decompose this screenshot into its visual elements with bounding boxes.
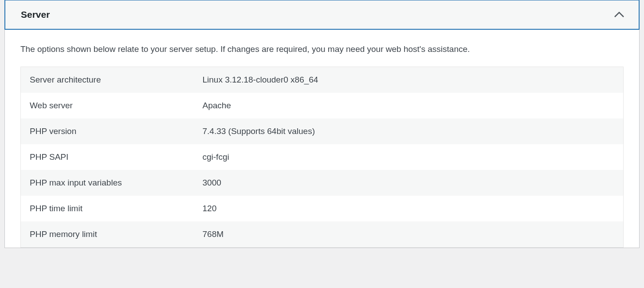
table-row: PHP version 7.4.33 (Supports 64bit value… <box>21 118 624 144</box>
row-value: cgi-fcgi <box>194 144 624 170</box>
table-row: PHP SAPI cgi-fcgi <box>21 144 624 170</box>
table-row: Web server Apache <box>21 93 624 118</box>
chevron-up-icon <box>613 8 625 21</box>
table-row: PHP memory limit 768M <box>21 221 624 248</box>
row-value: Apache <box>194 93 624 118</box>
row-value: Linux 3.12.18-clouder0 x86_64 <box>194 67 624 93</box>
row-label: PHP max input variables <box>21 170 194 196</box>
row-label: PHP version <box>21 118 194 144</box>
row-value: 3000 <box>194 170 624 196</box>
row-value: 7.4.33 (Supports 64bit values) <box>194 118 624 144</box>
row-label: PHP time limit <box>21 196 194 221</box>
panel-description: The options shown below relate to your s… <box>20 43 624 56</box>
panel-title: Server <box>21 9 50 20</box>
server-panel: Server The options shown below relate to… <box>4 0 640 248</box>
panel-body: The options shown below relate to your s… <box>5 30 639 248</box>
row-label: PHP SAPI <box>21 144 194 170</box>
table-row: PHP max input variables 3000 <box>21 170 624 196</box>
server-panel-toggle[interactable]: Server <box>4 0 640 30</box>
row-value: 768M <box>194 221 624 248</box>
row-label: Web server <box>21 93 194 118</box>
table-row: Server architecture Linux 3.12.18-cloude… <box>21 67 624 93</box>
server-info-table: Server architecture Linux 3.12.18-cloude… <box>20 67 624 248</box>
row-value: 120 <box>194 196 624 221</box>
table-row: PHP time limit 120 <box>21 196 624 221</box>
row-label: Server architecture <box>21 67 194 93</box>
row-label: PHP memory limit <box>21 221 194 248</box>
